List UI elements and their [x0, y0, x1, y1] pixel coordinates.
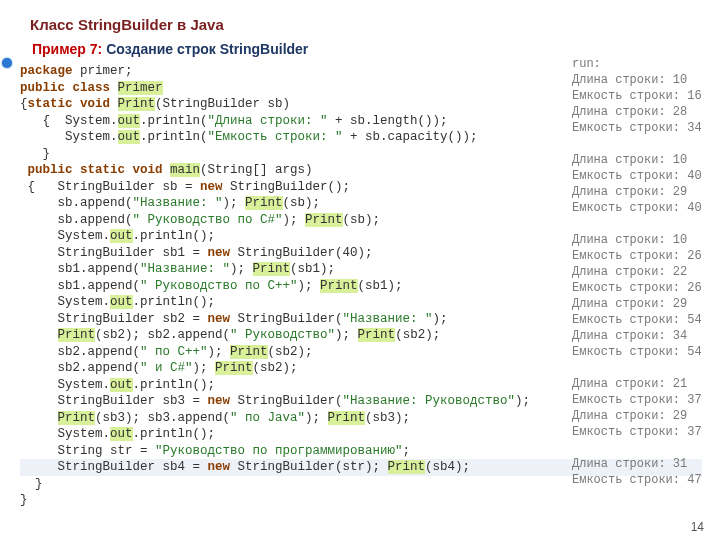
page-number: 14: [691, 520, 704, 534]
slide: Класс StringBuilder в Java Пример 7: Соз…: [0, 0, 720, 540]
slide-title: Класс StringBuilder в Java: [30, 16, 702, 33]
console-output: run: Длина строки: 10 Емкость строки: 16…: [572, 56, 704, 488]
bullet-icon: [2, 58, 12, 68]
subtitle-blue: Создание строк StringBuilder: [106, 41, 308, 57]
subtitle-red: Пример 7:: [32, 41, 102, 57]
slide-subtitle: Пример 7: Создание строк StringBuilder: [32, 41, 702, 57]
